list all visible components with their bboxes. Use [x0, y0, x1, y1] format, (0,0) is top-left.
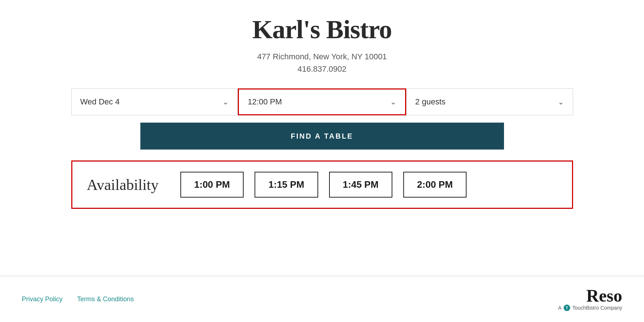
time-slot-1[interactable]: 1:15 PM: [255, 172, 318, 198]
tagline-a: A: [558, 305, 561, 311]
time-label: 12:00 PM: [248, 97, 282, 107]
time-slot-3[interactable]: 2:00 PM: [403, 172, 467, 198]
time-slots-container: 1:00 PM 1:15 PM 1:45 PM 2:00 PM: [180, 172, 557, 198]
search-row: Wed Dec 4 ⌄ 12:00 PM ⌄ 2 guests ⌄: [71, 88, 573, 115]
time-slot-2[interactable]: 1:45 PM: [329, 172, 392, 198]
reso-logo: Reso A T TouchBistro Company: [558, 287, 622, 311]
restaurant-address: 477 Richmond, New York, NY 10001: [257, 52, 387, 61]
privacy-policy-link[interactable]: Privacy Policy: [22, 295, 63, 303]
time-select[interactable]: 12:00 PM ⌄: [238, 88, 406, 115]
availability-label: Availability: [87, 176, 159, 194]
footer: Privacy Policy Terms & Conditions Reso A…: [0, 276, 644, 322]
footer-links: Privacy Policy Terms & Conditions: [22, 295, 134, 303]
restaurant-phone: 416.837.0902: [297, 64, 347, 74]
guests-chevron-icon: ⌄: [558, 98, 564, 106]
time-chevron-icon: ⌄: [390, 98, 396, 106]
guests-select[interactable]: 2 guests ⌄: [406, 88, 573, 115]
terms-link[interactable]: Terms & Conditions: [77, 295, 134, 303]
reso-tagline: A T TouchBistro Company: [558, 305, 622, 311]
date-label: Wed Dec 4: [80, 97, 120, 107]
reso-brand-name: Reso: [586, 287, 622, 305]
tagline-company: TouchBistro Company: [572, 305, 622, 311]
guests-label: 2 guests: [415, 97, 445, 107]
time-slot-0[interactable]: 1:00 PM: [180, 172, 244, 198]
availability-section: Availability 1:00 PM 1:15 PM 1:45 PM 2:0…: [71, 160, 573, 209]
touchbistro-icon: T: [564, 305, 570, 311]
date-select[interactable]: Wed Dec 4 ⌄: [71, 88, 238, 115]
restaurant-title: Karl's Bistro: [252, 15, 392, 45]
date-chevron-icon: ⌄: [223, 98, 229, 106]
find-table-button[interactable]: FIND A TABLE: [140, 123, 504, 150]
